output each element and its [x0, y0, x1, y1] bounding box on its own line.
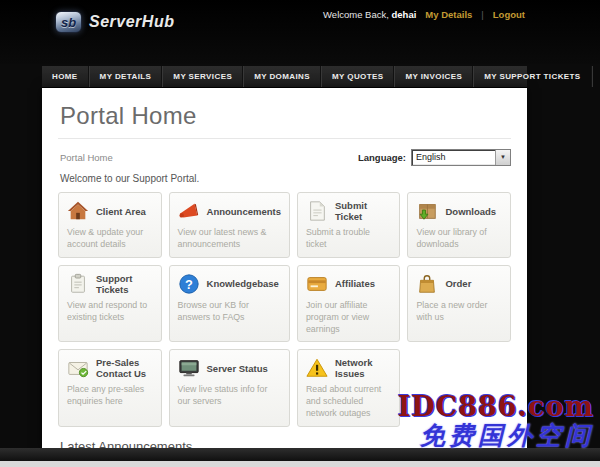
nav-item-my-invoices[interactable]: MY INVOICES [394, 66, 473, 87]
welcome-message: Welcome Back, dehai [323, 9, 416, 20]
portal-box-client-area[interactable]: Client AreaView & update your account de… [58, 192, 162, 258]
portal-box-announcements[interactable]: AnnouncementsView our latest news & anno… [169, 192, 290, 258]
portal-box-description: Read about current and scheduled network… [306, 384, 392, 420]
portal-box-support-tickets[interactable]: Support TicketsView and respond to exist… [58, 265, 162, 343]
portal-box-description: Place any pre-sales enquiries here [67, 384, 153, 408]
nav-item-my-details[interactable]: MY DETAILS [89, 66, 163, 87]
support-portal-welcome: Welcome to our Support Portal. [60, 173, 511, 184]
page-title: Portal Home [58, 98, 511, 138]
portal-box-order[interactable]: OrderPlace a new order with us [407, 265, 511, 343]
latest-announcements-heading: Latest Announcements [58, 439, 511, 448]
download-box-icon [416, 200, 438, 222]
portal-box-downloads[interactable]: DownloadsView our library of downloads [407, 192, 511, 258]
portal-box-head: Order [416, 273, 502, 295]
bag-icon [416, 273, 438, 295]
portal-box-head: Network Issues [306, 357, 392, 379]
portal-box-head: Affiliates [306, 273, 392, 295]
top-header: sb ServerHub Welcome Back, dehai My Deta… [0, 0, 600, 64]
portal-box-head: Server Status [178, 357, 281, 379]
footer-strip [0, 461, 600, 467]
language-area: Language: English ▼ [358, 149, 511, 166]
welcome-prefix: Welcome Back, [323, 9, 389, 20]
header-account-area: Welcome Back, dehai My Details | Logout [323, 9, 525, 20]
portal-box-head: Submit Ticket [306, 200, 392, 222]
serverhub-logo-icon: sb [55, 11, 82, 33]
portal-box-title: Order [445, 278, 471, 289]
card-icon [306, 273, 328, 295]
clipboard-icon [67, 273, 89, 295]
footer-bar [0, 448, 600, 461]
nav-item-my-domains[interactable]: MY DOMAINS [243, 66, 321, 87]
portal-box-description: View our latest news & announcements [178, 227, 281, 251]
username: dehai [392, 9, 417, 20]
nav-item-my-quotes[interactable]: MY QUOTES [321, 66, 394, 87]
serverhub-logo-text: ServerHub [89, 13, 174, 31]
nav-item-my-services[interactable]: MY SERVICES [162, 66, 243, 87]
header-divider: | [481, 9, 483, 20]
portal-box-title: Support Tickets [96, 273, 153, 295]
portal-box-description: Place a new order with us [416, 300, 502, 324]
serverhub-logo[interactable]: sb ServerHub [55, 11, 174, 33]
language-select[interactable]: English ▼ [411, 149, 511, 166]
warning-icon [306, 357, 328, 379]
portal-box-description: Submit a trouble ticket [306, 227, 392, 251]
portal-box-knowledgebase[interactable]: ?KnowledgebaseBrowse our KB for answers … [169, 265, 290, 343]
monitor-icon [178, 357, 200, 379]
portal-box-submit-ticket[interactable]: Submit TicketSubmit a trouble ticket [297, 192, 401, 258]
portal-box-head: Downloads [416, 200, 502, 222]
portal-box-title: Knowledgebase [207, 278, 279, 289]
dropdown-arrow-icon[interactable]: ▼ [495, 150, 510, 165]
portal-box-network-issues[interactable]: Network IssuesRead about current and sch… [297, 349, 401, 427]
page-container: HOMEMY DETAILSMY SERVICESMY DOMAINSMY QU… [42, 66, 527, 448]
portal-box-description: View live status info for our servers [178, 384, 281, 408]
nav-item-my-support-tickets[interactable]: MY SUPPORT TICKETS [473, 66, 591, 87]
question-icon: ? [178, 273, 200, 295]
portal-box-head: Pre-Sales Contact Us [67, 357, 153, 379]
portal-box-head: Client Area [67, 200, 153, 222]
portal-box-head: Announcements [178, 200, 281, 222]
portal-box-description: View & update your account details [67, 227, 153, 251]
main-content: Portal Home Portal Home Language: Englis… [42, 88, 527, 448]
portal-box-head: Support Tickets [67, 273, 153, 295]
portal-box-head: ?Knowledgebase [178, 273, 281, 295]
portal-box-description: Join our affiliate program or view earni… [306, 300, 392, 336]
breadcrumb[interactable]: Portal Home [58, 152, 113, 163]
language-selected-value: English [412, 150, 495, 165]
portal-box-title: Affiliates [335, 278, 375, 289]
main-nav: HOMEMY DETAILSMY SERVICESMY DOMAINSMY QU… [42, 66, 527, 88]
title-divider [58, 138, 511, 139]
portal-box-affiliates[interactable]: AffiliatesJoin our affiliate program or … [297, 265, 401, 343]
svg-text:?: ? [185, 276, 193, 291]
ticket-page-icon [306, 200, 328, 222]
nav-item-home[interactable]: HOME [42, 66, 89, 87]
portal-box-title: Network Issues [335, 357, 392, 379]
portal-box-title: Submit Ticket [335, 200, 392, 222]
logout-link[interactable]: Logout [493, 9, 525, 20]
portal-box-pre-sales-contact-us[interactable]: Pre-Sales Contact UsPlace any pre-sales … [58, 349, 162, 427]
language-label: Language: [358, 152, 406, 163]
portal-box-description: Browse our KB for answers to FAQs [178, 300, 281, 324]
portal-box-title: Client Area [96, 206, 146, 217]
nav-item-affiliates[interactable]: AFFILIATES [592, 66, 600, 87]
house-icon [67, 200, 89, 222]
portal-box-server-status[interactable]: Server StatusView live status info for o… [169, 349, 290, 427]
breadcrumb-row: Portal Home Language: English ▼ [58, 147, 511, 167]
portal-grid: Client AreaView & update your account de… [58, 192, 511, 427]
portal-box-title: Downloads [445, 206, 496, 217]
portal-box-description: View our library of downloads [416, 227, 502, 251]
portal-box-title: Pre-Sales Contact Us [96, 357, 153, 379]
portal-box-title: Announcements [207, 206, 281, 217]
envelope-icon [67, 357, 89, 379]
megaphone-icon [178, 200, 200, 222]
portal-box-title: Server Status [207, 363, 268, 374]
portal-box-description: View and respond to existing tickets [67, 300, 153, 324]
my-details-link[interactable]: My Details [425, 9, 472, 20]
